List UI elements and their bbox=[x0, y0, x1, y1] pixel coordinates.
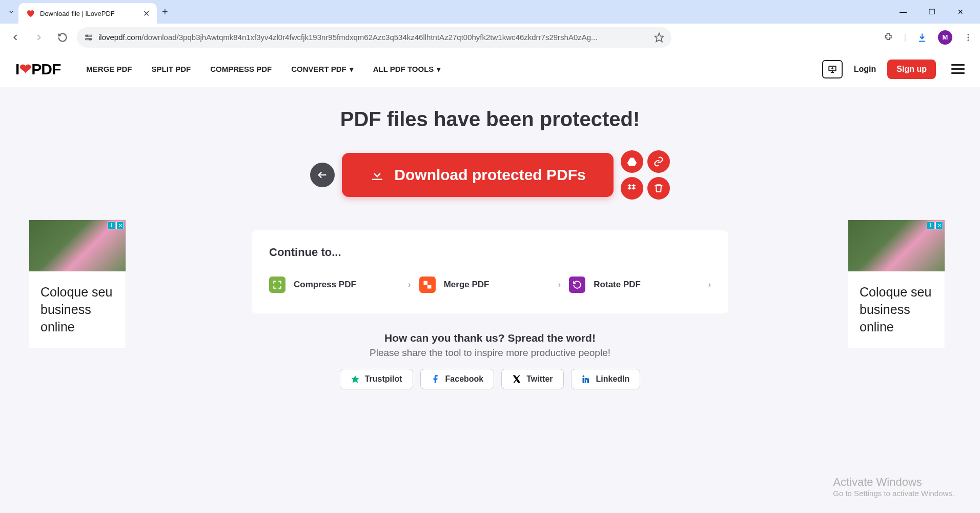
continue-title: Continue to... bbox=[269, 246, 711, 259]
svg-point-2 bbox=[87, 35, 88, 36]
svg-point-3 bbox=[90, 38, 91, 40]
chevron-right-icon: › bbox=[708, 280, 711, 289]
reload-button[interactable] bbox=[53, 28, 72, 47]
tab-search-dropdown[interactable] bbox=[4, 5, 18, 19]
site-settings-icon[interactable] bbox=[84, 33, 93, 42]
ad-left[interactable]: i✕ Coloque seu business online bbox=[29, 220, 126, 348]
window-controls: — ❐ ✕ bbox=[893, 8, 976, 16]
continue-compress[interactable]: Compress PDF › bbox=[269, 273, 411, 296]
ad-text: Coloque seu business online bbox=[848, 271, 945, 348]
share-facebook[interactable]: Facebook bbox=[420, 369, 495, 389]
browser-tab[interactable]: Download file | iLovePDF ✕ bbox=[18, 3, 157, 24]
extensions-icon[interactable] bbox=[883, 32, 894, 43]
svg-rect-12 bbox=[427, 285, 432, 289]
profile-avatar[interactable]: M bbox=[938, 30, 952, 45]
svg-rect-11 bbox=[423, 281, 427, 285]
forward-button[interactable] bbox=[30, 28, 48, 47]
site-header: I❤PDF MERGE PDF SPLIT PDF COMPRESS PDF C… bbox=[0, 51, 980, 87]
tab-title: Download file | iLovePDF bbox=[40, 10, 138, 17]
merge-icon bbox=[419, 277, 436, 293]
continue-card: Continue to... Compress PDF › Merge PDF … bbox=[252, 230, 728, 313]
nav-convert[interactable]: CONVERT PDF▾ bbox=[291, 65, 354, 74]
address-bar[interactable]: ilovepdf.com/download/3pqb3jhAwtqmk84n1x… bbox=[77, 27, 671, 48]
tab-favicon-icon bbox=[26, 9, 35, 18]
svg-point-5 bbox=[968, 34, 969, 35]
ad-text: Coloque seu business online bbox=[29, 271, 126, 348]
url-text: ilovepdf.com/download/3pqb3jhAwtqmk84n1x… bbox=[98, 33, 649, 42]
browser-tab-strip: Download file | iLovePDF ✕ + — ❐ ✕ bbox=[0, 0, 980, 24]
download-icon bbox=[370, 167, 385, 183]
facebook-icon bbox=[431, 374, 440, 384]
downloads-icon[interactable] bbox=[916, 32, 928, 43]
svg-marker-10 bbox=[627, 158, 637, 166]
close-window-button[interactable]: ✕ bbox=[950, 8, 971, 16]
ad-info-icon[interactable]: i bbox=[108, 222, 115, 229]
twitter-icon bbox=[512, 374, 521, 384]
nav-split[interactable]: SPLIT PDF bbox=[152, 65, 191, 74]
delete-button[interactable] bbox=[647, 177, 670, 200]
download-button[interactable]: Download protected PDFs bbox=[342, 153, 613, 197]
activate-windows-watermark: Activate Windows Go to Settings to activ… bbox=[833, 476, 954, 498]
minimize-button[interactable]: — bbox=[893, 8, 913, 16]
save-dropbox-button[interactable] bbox=[621, 177, 643, 200]
trustpilot-icon bbox=[351, 374, 360, 384]
linkedin-icon bbox=[582, 374, 591, 384]
page-title: PDF files have been protected! bbox=[0, 108, 980, 131]
share-trustpilot[interactable]: Trustpilot bbox=[340, 369, 413, 389]
ad-image: i✕ bbox=[29, 220, 126, 271]
chevron-right-icon: › bbox=[558, 280, 561, 289]
download-label: Download protected PDFs bbox=[394, 166, 585, 184]
share-twitter[interactable]: Twitter bbox=[501, 369, 563, 389]
copy-link-button[interactable] bbox=[647, 150, 670, 173]
save-drive-button[interactable] bbox=[621, 150, 643, 173]
back-button[interactable] bbox=[6, 28, 25, 47]
chevron-right-icon: › bbox=[408, 280, 411, 289]
browser-menu-icon[interactable] bbox=[963, 32, 974, 43]
svg-point-7 bbox=[968, 39, 969, 41]
nav-merge[interactable]: MERGE PDF bbox=[86, 65, 132, 74]
download-row: Download protected PDFs bbox=[0, 150, 980, 200]
browser-toolbar: ilovepdf.com/download/3pqb3jhAwtqmk84n1x… bbox=[0, 24, 980, 51]
svg-point-15 bbox=[582, 376, 584, 378]
ad-info-icon[interactable]: i bbox=[927, 222, 934, 229]
maximize-button[interactable]: ❐ bbox=[922, 8, 942, 16]
share-linkedin[interactable]: LinkedIn bbox=[571, 369, 641, 389]
svg-point-6 bbox=[968, 36, 969, 38]
bookmark-star-icon[interactable] bbox=[654, 32, 664, 43]
heart-icon: ❤ bbox=[19, 61, 31, 77]
ad-image: i✕ bbox=[848, 220, 945, 271]
desktop-app-button[interactable] bbox=[822, 60, 843, 78]
chevron-down-icon: ▾ bbox=[350, 65, 354, 74]
compress-icon bbox=[269, 277, 285, 293]
svg-marker-13 bbox=[351, 376, 359, 383]
signup-button[interactable]: Sign up bbox=[887, 60, 936, 79]
chevron-down-icon: ▾ bbox=[437, 65, 441, 74]
thank-heading: How can you thank us? Spread the word! bbox=[0, 332, 980, 344]
main-nav: MERGE PDF SPLIT PDF COMPRESS PDF CONVERT… bbox=[86, 65, 441, 74]
ad-right[interactable]: i✕ Coloque seu business online bbox=[848, 220, 945, 348]
thank-section: How can you thank us? Spread the word! P… bbox=[0, 332, 980, 389]
ad-close-icon[interactable]: ✕ bbox=[116, 222, 124, 229]
rotate-icon bbox=[569, 277, 585, 293]
ad-close-icon[interactable]: ✕ bbox=[935, 222, 943, 229]
continue-merge[interactable]: Merge PDF › bbox=[419, 273, 561, 296]
login-button[interactable]: Login bbox=[854, 65, 876, 74]
tab-close-icon[interactable]: ✕ bbox=[143, 9, 150, 18]
logo[interactable]: I❤PDF bbox=[15, 61, 60, 78]
thank-subheading: Please share the tool to inspire more pr… bbox=[0, 347, 980, 359]
go-back-button[interactable] bbox=[310, 163, 335, 187]
hamburger-menu-icon[interactable] bbox=[951, 64, 965, 74]
svg-rect-14 bbox=[582, 378, 584, 383]
svg-marker-4 bbox=[655, 33, 664, 42]
page-content: PDF files have been protected! Download … bbox=[0, 87, 980, 513]
nav-compress[interactable]: COMPRESS PDF bbox=[210, 65, 272, 74]
nav-all-tools[interactable]: ALL PDF TOOLS▾ bbox=[373, 65, 441, 74]
side-actions bbox=[621, 150, 670, 200]
new-tab-button[interactable]: + bbox=[162, 6, 168, 18]
continue-rotate[interactable]: Rotate PDF › bbox=[569, 273, 711, 296]
